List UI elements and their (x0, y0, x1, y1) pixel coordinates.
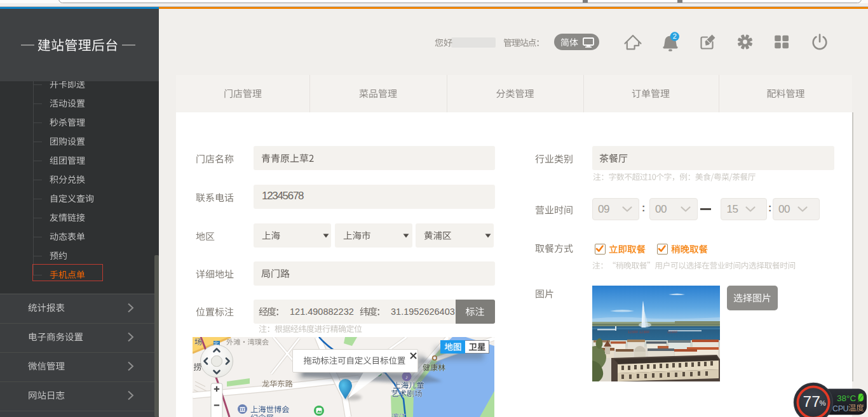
svg-text:77: 77 (803, 393, 820, 410)
svg-text:%: % (820, 399, 826, 407)
svg-text:38°C: 38°C (837, 394, 856, 403)
svg-text:2: 2 (673, 32, 677, 40)
svg-text:CPU: CPU (832, 404, 849, 413)
